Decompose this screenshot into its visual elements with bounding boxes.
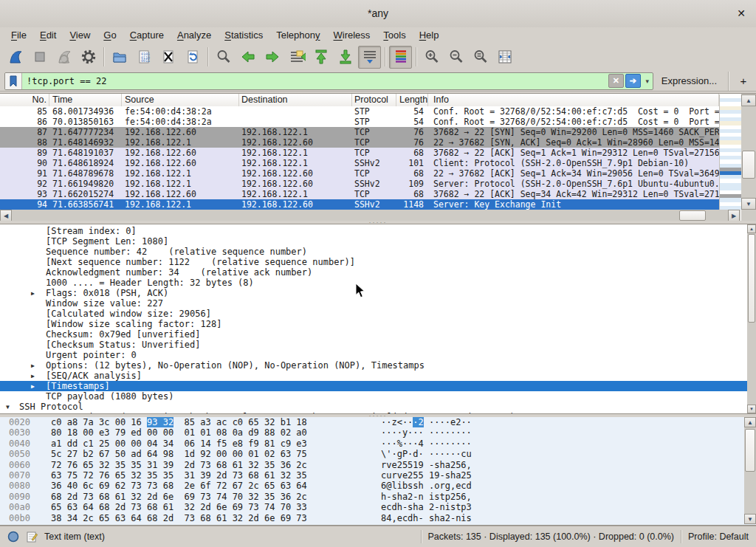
detail-line[interactable]: [Stream index: 0] [0,226,747,236]
detail-line[interactable]: Checksum: 0x79ed [unverified] [0,329,747,340]
bytes-vscrollbar[interactable]: ▲ ▼ [744,417,756,524]
hscroll-thumb[interactable] [679,210,706,221]
menu-file[interactable]: File [4,29,33,42]
expander-icon[interactable]: ▶ [31,361,35,371]
menu-view[interactable]: View [63,29,97,42]
scroll-down-arrow[interactable]: ▼ [744,514,756,524]
filter-apply-button[interactable]: ➔ [625,74,641,88]
detail-line[interactable]: TCP payload (1080 bytes) [0,391,747,402]
go-back-button[interactable] [236,46,259,69]
detail-line[interactable]: Acknowledgment number: 34 (relative ack … [0,267,747,278]
detail-line[interactable]: [Calculated window size: 29056] [0,309,747,319]
zoom-out-button[interactable] [444,46,467,69]
packet-row-92[interactable]: 9271.661949820192.168.122.1192.168.122.6… [0,179,719,189]
menu-help[interactable]: Help [413,29,446,42]
hex-row[interactable]: 00505c 27 b2 67 50 ad 64 98 1d 92 00 00 … [0,449,756,459]
intelligent-scrollbar-minimap[interactable] [719,94,741,210]
packet-row-93[interactable]: 9371.662015274192.168.122.60192.168.122.… [0,189,719,199]
scroll-down-arrow[interactable]: ▼ [747,405,756,413]
filter-clear-button[interactable]: ✕ [608,74,624,88]
filter-dropdown-arrow[interactable]: ▾ [642,78,653,85]
resize-columns-button[interactable] [493,46,516,69]
menu-analyze[interactable]: Analyze [171,29,218,42]
column-header-source[interactable]: Source [122,94,239,106]
packet-row-88[interactable]: 8871.648146932192.168.122.1192.168.122.6… [0,137,719,148]
expert-info-icon[interactable] [7,531,19,543]
detail-line[interactable]: ▶[SEQ/ACK analysis] [0,371,747,381]
detail-line[interactable]: ▶Options: (12 bytes), No-Operation (NOP)… [0,360,747,371]
reload-file-button[interactable] [181,46,204,69]
close-file-button[interactable] [157,46,179,69]
vscroll-thumb[interactable] [745,429,755,472]
scroll-up-arrow[interactable]: ▲ [741,94,756,106]
detail-line[interactable]: [Next sequence number: 1122 (relative se… [0,257,747,267]
hex-row[interactable]: 006072 76 65 32 35 35 31 39 2d 73 68 61 … [0,460,756,470]
detail-line[interactable]: ▼SSH Protocol [0,402,747,412]
go-forward-button[interactable] [261,46,284,69]
profile-selector[interactable]: Profile: Default [688,531,749,542]
find-packet-button[interactable] [212,46,235,69]
auto-scroll-button[interactable] [358,46,381,69]
capture-comment-icon[interactable] [26,531,38,543]
zoom-original-button[interactable] [469,46,492,69]
vscroll-thumb[interactable] [748,234,755,323]
zoom-in-button[interactable] [420,46,443,69]
menu-statistics[interactable]: Statistics [218,29,269,42]
packet-row-89[interactable]: 8971.648191037192.168.122.60192.168.122.… [0,148,719,158]
restart-capture-button[interactable] [52,46,75,69]
detail-line[interactable]: Window size value: 227 [0,298,747,309]
hex-row[interactable]: 0020c0 a8 7a 3c 00 16 93 32 85 a3 ac c0 … [0,417,756,427]
hex-row[interactable]: 009068 2d 73 68 61 32 2d 6e 69 73 74 70 … [0,492,756,502]
expander-icon[interactable]: ▶ [31,371,35,381]
menu-telephony[interactable]: Telephony [269,29,326,42]
hex-row[interactable]: 0040a1 dd c1 25 00 00 04 34 06 14 f5 e8 … [0,438,756,449]
column-header-time[interactable]: Time [49,94,122,106]
close-button[interactable]: ✕ [734,0,749,27]
packet-row-90[interactable]: 9071.648618924192.168.122.60192.168.122.… [0,158,719,168]
capture-options-button[interactable] [77,46,100,69]
scroll-up-arrow[interactable]: ▲ [744,417,756,427]
detail-line[interactable]: ▶[Timestamps] [0,381,747,391]
hex-row[interactable]: 00a065 63 64 68 2d 73 68 61 32 2d 6e 69 … [0,502,756,512]
packet-row-87[interactable]: 8771.647777234192.168.122.60192.168.122.… [0,127,719,137]
detail-line[interactable]: Sequence number: 42 (relative sequence n… [0,247,747,257]
packet-list-vscrollbar[interactable]: ▲ ▼ [741,94,756,221]
column-header-destination[interactable]: Destination [239,94,352,106]
expander-icon[interactable]: ▼ [6,402,10,412]
packet-row-91[interactable]: 9171.648789678192.168.122.1192.168.122.6… [0,168,719,179]
menu-go[interactable]: Go [97,29,123,42]
scroll-right-arrow[interactable]: ▶ [728,210,740,221]
menu-edit[interactable]: Edit [33,29,63,42]
scroll-down-arrow[interactable]: ▼ [741,198,756,210]
detail-line[interactable]: ▶Flags: 0x018 (PSH, ACK) [0,288,747,298]
expression-button[interactable]: Expression... [657,75,721,86]
packet-row-85[interactable]: 8568.001734936fe:54:00:d4:38:2aSTP54Conf… [0,106,719,117]
hex-row[interactable]: 008036 40 6c 69 62 73 73 68 2e 6f 72 67 … [0,481,756,491]
expander-icon[interactable]: ▶ [31,382,35,391]
detail-line[interactable]: [TCP Segment Len: 1080] [0,236,747,247]
column-header-info[interactable]: Info [428,94,719,106]
hex-row[interactable]: 003080 18 00 e3 79 ed 00 00 01 01 08 0a … [0,427,756,438]
detail-line[interactable]: Urgent pointer: 0 [0,350,747,360]
packet-row-86[interactable]: 8670.013850163fe:54:00:d4:38:2aSTP54Conf… [0,117,719,127]
open-file-button[interactable] [108,46,131,69]
column-header-length[interactable]: Length [396,94,428,106]
stop-capture-button[interactable] [28,46,51,69]
detail-line[interactable]: [Window size scaling factor: 128] [0,319,747,329]
go-to-packet-button[interactable] [285,46,308,69]
start-capture-button[interactable] [4,46,27,69]
column-header-no[interactable]: No. [0,94,49,106]
go-top-button[interactable] [309,46,332,69]
expander-icon[interactable]: ▶ [31,289,35,298]
filter-bookmark-button[interactable] [5,73,22,89]
menu-wireless[interactable]: Wireless [327,29,377,42]
add-filter-button[interactable]: + [735,75,752,87]
display-filter-input[interactable] [22,74,608,89]
column-header-protocol[interactable]: Protocol [352,94,396,106]
detail-line[interactable]: [Checksum Status: Unverified] [0,340,747,350]
colorize-button[interactable] [389,46,412,69]
menu-capture[interactable]: Capture [123,29,171,42]
scroll-left-arrow[interactable]: ◀ [0,210,12,221]
hex-row[interactable]: 007063 75 72 76 65 32 35 35 31 39 2d 73 … [0,470,756,481]
go-bottom-button[interactable] [334,46,357,69]
